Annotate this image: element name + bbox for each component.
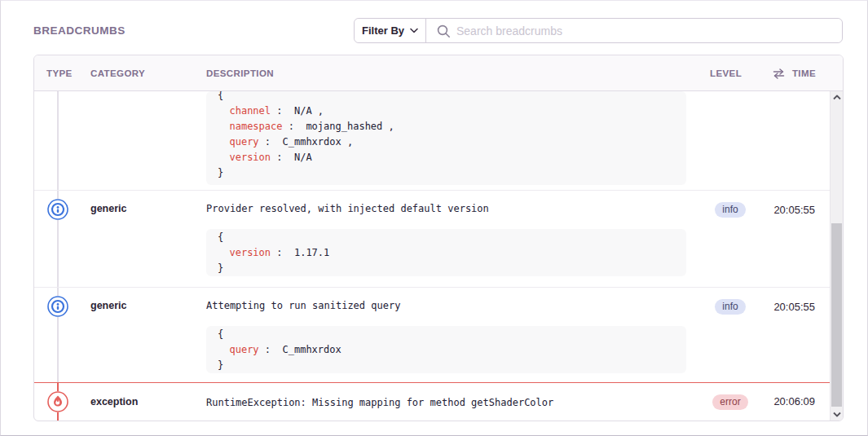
category-cell: generic xyxy=(90,300,126,311)
description-text: RuntimeException: Missing mapping for me… xyxy=(206,397,553,408)
search-box xyxy=(426,19,842,42)
level-badge: info xyxy=(715,299,745,315)
code-block: { version : 1.17.1} xyxy=(206,229,686,276)
info-icon xyxy=(47,199,68,220)
level-badge: error xyxy=(712,394,747,410)
info-icon xyxy=(47,296,68,317)
column-header-level: LEVEL xyxy=(710,68,742,78)
filter-by-label: Filter By xyxy=(362,24,404,37)
flame-icon xyxy=(47,391,68,412)
column-header-type: TYPE xyxy=(46,68,73,78)
table-body: { channel : N/A , namespace : mojang_has… xyxy=(34,91,843,421)
table-header-row: TYPE CATEGORY DESCRIPTION LEVEL TIME xyxy=(34,55,843,91)
sort-arrows-icon[interactable] xyxy=(773,68,785,79)
category-cell: generic xyxy=(90,203,126,214)
filter-by-button[interactable]: Filter By xyxy=(355,19,426,42)
breadcrumbs-panel: BREADCRUMBS Filter By TYPE CATEGORY DESC… xyxy=(1,1,867,55)
time-cell: 20:06:09 xyxy=(773,395,815,407)
search-input[interactable] xyxy=(426,19,842,42)
level-cell: info xyxy=(698,202,763,218)
scrollbar-thumb[interactable] xyxy=(831,223,842,407)
column-header-time: TIME xyxy=(792,68,816,78)
breadcrumb-row: genericAttempting to run sanitized query… xyxy=(34,287,830,382)
column-header-description: DESCRIPTION xyxy=(206,68,274,78)
description-text: Provider resolved, with injected default… xyxy=(206,203,489,214)
timeline-connector xyxy=(57,91,59,190)
code-block: { query : C_mmhxrdox} xyxy=(206,326,686,373)
panel-title: BREADCRUMBS xyxy=(33,24,126,37)
breadcrumb-row: genericProvider resolved, with injected … xyxy=(34,190,830,287)
level-cell: error xyxy=(698,394,763,410)
panel-header: BREADCRUMBS Filter By xyxy=(1,1,867,55)
level-badge: info xyxy=(715,202,745,218)
breadcrumbs-table: TYPE CATEGORY DESCRIPTION LEVEL TIME { c… xyxy=(33,55,844,421)
breadcrumb-row: exceptionRuntimeException: Missing mappi… xyxy=(34,382,830,421)
scroll-down-icon[interactable] xyxy=(833,412,841,417)
description-text: Attempting to run sanitized query xyxy=(206,300,400,311)
scrollbar[interactable] xyxy=(830,91,843,421)
time-cell: 20:05:55 xyxy=(773,301,815,313)
category-cell: exception xyxy=(90,396,138,407)
time-cell: 20:05:55 xyxy=(773,204,815,216)
column-header-category: CATEGORY xyxy=(90,68,145,78)
chevron-down-icon xyxy=(410,28,418,33)
search-icon xyxy=(437,24,451,38)
scroll-up-icon[interactable] xyxy=(833,95,841,100)
code-block: { channel : N/A , namespace : mojang_has… xyxy=(206,91,686,185)
rows-container: { channel : N/A , namespace : mojang_has… xyxy=(34,91,830,421)
breadcrumb-row-partial: { channel : N/A , namespace : mojang_has… xyxy=(34,91,830,190)
level-cell: info xyxy=(698,299,763,315)
filter-search-group: Filter By xyxy=(354,18,843,43)
